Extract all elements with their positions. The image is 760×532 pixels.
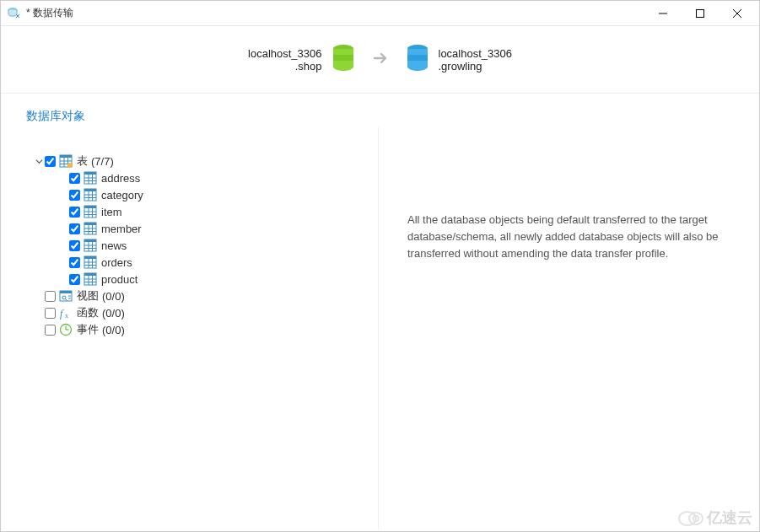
window-controls (644, 1, 756, 25)
arrow-right-icon (371, 49, 390, 70)
table-name: product (101, 273, 137, 286)
svg-point-13 (67, 163, 73, 168)
event-icon (59, 323, 73, 336)
database-target-icon (405, 44, 430, 75)
source-db: localhost_3306 .shop (248, 44, 355, 75)
function-icon: f x (59, 306, 73, 320)
svg-rect-33 (84, 223, 96, 225)
tree-category-tables[interactable]: 表 (7/7) (33, 153, 369, 169)
table-icon (84, 255, 97, 269)
svg-rect-21 (84, 189, 96, 191)
checkbox-views[interactable] (45, 291, 56, 302)
maximize-button[interactable] (682, 1, 719, 25)
functions-label: 函数 (77, 305, 99, 320)
tree-category-functions[interactable]: f x 函数 (0/0) (33, 304, 369, 321)
checkbox-functions[interactable] (45, 308, 56, 319)
section-title: 数据库对象 (1, 94, 759, 127)
table-icon (84, 222, 97, 235)
object-tree[interactable]: 表 (7/7) addresscategoryitemmembernewsord… (33, 153, 369, 338)
views-label: 视图 (77, 288, 99, 304)
tables-count: (7/7) (91, 155, 114, 168)
table-name: item (101, 206, 122, 218)
tree-item-table[interactable]: orders (45, 254, 369, 271)
source-host: localhost_3306 (248, 47, 321, 60)
tables-label: 表 (77, 153, 88, 169)
chevron-down-icon[interactable] (33, 158, 45, 165)
svg-rect-39 (84, 239, 96, 242)
body: 表 (7/7) addresscategoryitemmembernewsord… (1, 127, 759, 529)
table-icon (84, 272, 97, 286)
checkbox-table-item[interactable] (69, 223, 80, 234)
table-name: member (101, 223, 142, 235)
checkbox-table-item[interactable] (69, 190, 80, 201)
table-name: orders (101, 256, 132, 269)
checkbox-table-item[interactable] (69, 274, 80, 285)
description-text: All the database objects being default t… (407, 212, 730, 262)
app-icon (8, 7, 21, 20)
table-name: news (101, 239, 127, 252)
svg-rect-8 (60, 155, 72, 158)
source-db-name: .shop (248, 60, 321, 73)
object-tree-pane: 表 (7/7) addresscategoryitemmembernewsord… (1, 127, 379, 529)
titlebar: * 数据传输 (1, 1, 759, 26)
tree-item-table[interactable]: product (45, 271, 369, 287)
svg-rect-2 (697, 9, 704, 17)
table-name: address (101, 172, 140, 185)
svg-rect-27 (84, 206, 96, 208)
events-count: (0/0) (102, 324, 125, 336)
checkbox-table-item[interactable] (69, 173, 80, 184)
functions-count: (0/0) (102, 307, 125, 320)
checkbox-table-item[interactable] (69, 257, 80, 268)
table-group-icon (59, 154, 73, 168)
tree-item-table[interactable]: category (45, 186, 369, 203)
table-icon (84, 205, 97, 218)
events-label: 事件 (77, 322, 99, 337)
checkbox-tables[interactable] (45, 156, 56, 167)
close-button[interactable] (719, 1, 756, 25)
transfer-header: localhost_3306 .shop localhost_3306 .gro… (1, 26, 759, 94)
table-icon (84, 188, 97, 202)
minimize-button[interactable] (644, 1, 682, 25)
tree-item-table[interactable]: news (45, 237, 369, 254)
view-icon (59, 289, 73, 303)
checkbox-events[interactable] (45, 325, 56, 336)
tree-item-table[interactable]: item (45, 203, 369, 220)
tree-category-events[interactable]: 事件 (0/0) (33, 321, 369, 338)
svg-text:x: x (65, 312, 68, 320)
window-title: * 数据传输 (26, 6, 644, 20)
table-icon (84, 239, 97, 252)
table-name: category (101, 189, 143, 202)
svg-rect-15 (84, 172, 96, 175)
description-pane: All the database objects being default t… (379, 127, 759, 529)
target-db-name: .growling (439, 60, 512, 73)
tree-item-table[interactable]: address (45, 169, 369, 186)
svg-text:f: f (60, 308, 64, 320)
table-icon (84, 171, 97, 185)
checkbox-table-item[interactable] (69, 240, 80, 251)
svg-rect-57 (60, 291, 72, 293)
views-count: (0/0) (102, 290, 125, 303)
svg-rect-45 (84, 256, 96, 259)
checkbox-table-item[interactable] (69, 207, 80, 218)
target-host: localhost_3306 (439, 47, 512, 60)
target-db: localhost_3306 .growling (405, 44, 512, 75)
tree-category-views[interactable]: 视图 (0/0) (33, 287, 369, 304)
svg-rect-51 (84, 273, 96, 276)
tree-item-table[interactable]: member (45, 220, 369, 237)
database-source-icon (331, 44, 356, 75)
